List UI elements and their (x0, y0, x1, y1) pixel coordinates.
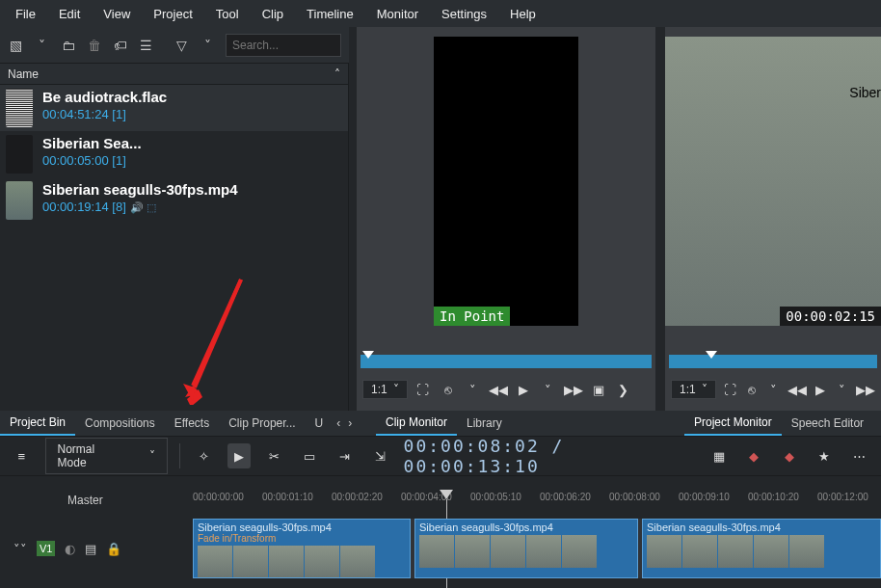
rewind-icon[interactable]: ◀◀ (489, 383, 508, 397)
bin-item-name: Siberian seagulls-30fps.mp4 (42, 181, 238, 198)
wand-icon[interactable]: ✧ (192, 443, 216, 468)
chevron-down-icon[interactable]: ˅˅ (13, 542, 27, 556)
playhead[interactable] (440, 490, 453, 499)
chevron-down-icon[interactable]: ˅ (200, 37, 216, 54)
project-bin-panel: Name ˄ Be audiotrack.flac 00:04:51:24 [1… (0, 64, 349, 411)
insert-icon[interactable]: ⇥ (334, 443, 358, 468)
razor-tool-icon[interactable]: ✂ (262, 443, 286, 468)
menu-project[interactable]: Project (142, 3, 203, 25)
lock-icon[interactable]: 🔒 (106, 542, 121, 556)
fast-forward-icon[interactable]: ▶▶ (856, 383, 875, 397)
project-monitor-scrubber[interactable] (669, 355, 877, 368)
tab-effects[interactable]: Effects (165, 412, 219, 435)
tab-project-bin[interactable]: Project Bin (0, 411, 75, 436)
chevron-down-icon[interactable]: ˅ (34, 37, 50, 54)
expand-icon[interactable]: ⛶ (414, 383, 433, 397)
menu-view[interactable]: View (92, 3, 142, 25)
menu-settings[interactable]: Settings (430, 3, 498, 25)
fast-forward-icon[interactable]: ▶▶ (564, 383, 583, 397)
timeline-timecode[interactable]: 00:00:08:02 / 00:00:13:10 (404, 436, 696, 476)
chevron-down-icon[interactable]: ˅ (765, 383, 782, 397)
next-icon[interactable]: ❯ (614, 383, 633, 397)
red-marker-icon[interactable]: ◆ (742, 443, 766, 468)
menu-file[interactable]: File (4, 3, 47, 25)
edit-mode-combo[interactable]: Normal Mode˅ (45, 438, 169, 474)
menu-edit[interactable]: Edit (47, 3, 92, 25)
tab-project-monitor[interactable]: Project Monitor (684, 411, 782, 436)
menu-monitor[interactable]: Monitor (365, 3, 430, 25)
tab-prev-icon[interactable]: ‹ (333, 416, 344, 430)
timeline: Master 00:00:00:00 00:00:01:10 00:00:02:… (0, 476, 881, 588)
video-track[interactable]: Siberian seagulls-30fps.mp4Fade in/Trans… (193, 519, 881, 578)
overwrite-icon[interactable]: ⇲ (368, 443, 392, 468)
bin-item[interactable]: Siberian Sea... 00:00:05:00 [1] (0, 131, 348, 177)
chevron-down-icon[interactable]: ˅ (464, 383, 483, 397)
spacer-tool-icon[interactable]: ▭ (298, 443, 322, 468)
clip-monitor-toolbar: 1:1˅ ⛶ ⎋ ˅ ◀◀ ▶ ˅ ▶▶ ▣ ❯ (357, 374, 655, 405)
zoom-combo[interactable]: 1:1˅ (362, 380, 408, 399)
tab-clip-properties[interactable]: Clip Proper... (219, 412, 305, 435)
play-icon[interactable]: ▶ (514, 383, 533, 397)
rewind-icon[interactable]: ◀◀ (788, 383, 807, 397)
bin-header[interactable]: Name ˄ (0, 64, 348, 85)
project-monitor-viewport[interactable]: Siber 00:00:02:15 (665, 37, 881, 326)
add-folder-icon[interactable]: 🗀 (60, 37, 76, 54)
list-icon[interactable]: ☰ (138, 37, 154, 54)
film-icon[interactable]: ▤ (85, 542, 96, 556)
filter-icon[interactable]: ▽ (174, 37, 190, 54)
marker-icon[interactable]: ⎋ (439, 383, 458, 397)
play-icon[interactable]: ▶ (813, 383, 829, 397)
clip-monitor: In Point 1:1˅ ⛶ ⎋ ˅ ◀◀ ▶ ˅ ▶▶ ▣ ❯ (357, 27, 655, 411)
settings-icon[interactable]: ≡ (10, 443, 34, 468)
tab-next-icon[interactable]: › (344, 416, 356, 430)
timeline-ruler[interactable]: 00:00:00:00 00:00:01:10 00:00:02:20 00:0… (193, 492, 881, 511)
more-icon[interactable]: ⋯ (847, 443, 871, 468)
tab-speech-editor[interactable]: Speech Editor (782, 412, 873, 435)
zoom-combo[interactable]: 1:1˅ (671, 380, 716, 399)
crop-icon[interactable]: ▣ (589, 383, 608, 397)
search-input[interactable] (226, 34, 341, 57)
menubar: File Edit View Project Tool Clip Timelin… (0, 0, 881, 27)
menu-tool[interactable]: Tool (204, 3, 251, 25)
timeline-clip[interactable]: Siberian seagulls-30fps.mp4Fade in/Trans… (193, 519, 411, 578)
delete-icon[interactable]: 🗑 (86, 37, 102, 54)
timeline-toolbar: ≡ Normal Mode˅ ✧ ▶ ✂ ▭ ⇥ ⇲ 00:00:08:02 /… (0, 436, 881, 476)
tab-clip-monitor[interactable]: Clip Monitor (376, 411, 457, 436)
tab-project-notes[interactable]: Project N (873, 412, 881, 435)
tab-compositions[interactable]: Compositions (75, 412, 165, 435)
timeline-clip[interactable]: Siberian seagulls-30fps.mp4 (642, 519, 881, 578)
timecode-overlay: 00:00:02:15 (780, 307, 881, 326)
clip-flags-icon: 🔊 ⬚ (130, 201, 156, 213)
menu-timeline[interactable]: Timeline (295, 3, 365, 25)
track-header[interactable]: ˅˅ V1 ◐ ▤ 🔒 (0, 519, 193, 578)
timeline-clip[interactable]: Siberian seagulls-30fps.mp4 (414, 519, 638, 578)
tag-icon[interactable]: 🏷 (112, 37, 128, 54)
add-clip-icon[interactable]: ▧ (8, 37, 24, 54)
marker-icon[interactable]: ⎋ (743, 383, 760, 397)
tab-u[interactable]: U (306, 412, 334, 435)
chevron-up-icon[interactable]: ˄ (334, 67, 340, 81)
expand-icon[interactable]: ⛶ (722, 383, 738, 397)
clip-monitor-viewport[interactable]: In Point (357, 37, 655, 326)
favorite-icon[interactable]: ★ (813, 443, 837, 468)
bin-item-name: Siberian Sea... (42, 135, 142, 151)
menu-clip[interactable]: Clip (251, 3, 295, 25)
bin-toolbar: ▧ ˅ 🗀 🗑 🏷 ☰ ▽ ˅ (0, 27, 349, 64)
grid-icon[interactable]: ▦ (707, 443, 731, 468)
bin-item-meta: 00:00:05:00 [1] (42, 153, 142, 168)
track-label[interactable]: V1 (37, 541, 55, 556)
select-tool-icon[interactable]: ▶ (227, 443, 252, 468)
tab-library[interactable]: Library (457, 412, 512, 435)
bin-item[interactable]: Be audiotrack.flac 00:04:51:24 [1] (0, 85, 348, 131)
overlay-text: Siber (849, 85, 881, 100)
master-label: Master (67, 494, 103, 507)
chevron-down-icon[interactable]: ˅ (539, 383, 558, 397)
red-marker-icon[interactable]: ◆ (777, 443, 801, 468)
bin-item-meta: 00:04:51:24 [1] (42, 107, 167, 121)
menu-help[interactable]: Help (498, 3, 547, 25)
chevron-down-icon[interactable]: ˅ (834, 383, 850, 397)
mute-icon[interactable]: ◐ (65, 542, 75, 556)
right-tabrow: Project Monitor Speech Editor Project N (684, 411, 881, 436)
clip-monitor-scrubber[interactable] (360, 355, 652, 368)
bin-item[interactable]: Siberian seagulls-30fps.mp4 00:00:19:14 … (0, 177, 348, 224)
